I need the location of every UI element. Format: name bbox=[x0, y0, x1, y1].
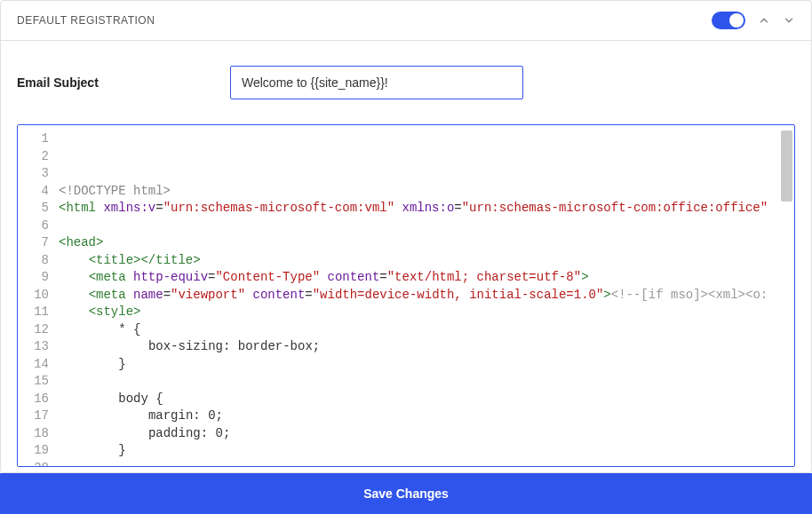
collapse-up-button[interactable] bbox=[758, 14, 770, 27]
editor-scrollbar[interactable] bbox=[781, 131, 792, 202]
expand-down-button[interactable] bbox=[783, 14, 795, 27]
line-number: 10 bbox=[18, 287, 49, 305]
code-line: } bbox=[59, 442, 791, 460]
line-number: 4 bbox=[18, 183, 49, 201]
code-line: box-sizing: border-box; bbox=[59, 338, 791, 356]
line-number-gutter: 1234567891011121314151617181920 bbox=[18, 125, 55, 466]
code-line: <title></title> bbox=[59, 252, 791, 270]
code-line: <html xmlns:v="urn:schemas-microsoft-com… bbox=[59, 200, 791, 218]
line-number: 5 bbox=[18, 200, 49, 218]
line-number: 1 bbox=[18, 131, 49, 148]
line-number: 2 bbox=[18, 148, 49, 166]
email-subject-input[interactable] bbox=[230, 66, 523, 99]
email-subject-label: Email Subject bbox=[17, 75, 212, 90]
line-number: 14 bbox=[18, 356, 49, 374]
save-changes-label: Save Changes bbox=[363, 486, 449, 501]
line-number: 8 bbox=[18, 252, 49, 270]
registration-panel: DEFAULT REGISTRATION Email Subject 12345… bbox=[0, 0, 812, 473]
code-line: <meta name="viewport" content="width=dev… bbox=[59, 287, 791, 305]
line-number: 17 bbox=[18, 407, 49, 425]
code-line bbox=[59, 373, 791, 391]
html-body-editor[interactable]: 1234567891011121314151617181920 <!DOCTYP… bbox=[17, 124, 795, 467]
panel-controls bbox=[712, 12, 795, 29]
enable-toggle[interactable] bbox=[712, 12, 745, 29]
toggle-knob bbox=[729, 13, 744, 28]
code-line bbox=[59, 218, 791, 235]
code-line: padding: 0; bbox=[59, 425, 791, 443]
email-subject-row: Email Subject bbox=[17, 66, 795, 99]
code-line: <!DOCTYPE html> bbox=[59, 183, 791, 201]
code-line: <meta http-equiv="Content-Type" content=… bbox=[59, 269, 791, 287]
line-number: 16 bbox=[18, 391, 49, 408]
line-number: 18 bbox=[18, 425, 49, 443]
code-content[interactable]: <!DOCTYPE html><html xmlns:v="urn:schema… bbox=[55, 125, 794, 466]
save-changes-button[interactable]: Save Changes bbox=[0, 473, 812, 514]
line-number: 13 bbox=[18, 338, 49, 356]
code-line: margin: 0; bbox=[59, 407, 791, 425]
code-line bbox=[59, 460, 791, 467]
line-number: 6 bbox=[18, 218, 49, 235]
line-number: 19 bbox=[18, 442, 49, 460]
line-number: 20 bbox=[18, 460, 49, 468]
code-line: <head> bbox=[59, 234, 791, 252]
code-line: <style> bbox=[59, 304, 791, 321]
line-number: 7 bbox=[18, 234, 49, 252]
panel-header: DEFAULT REGISTRATION bbox=[1, 1, 811, 41]
code-line: body { bbox=[59, 391, 791, 408]
line-number: 9 bbox=[18, 269, 49, 287]
line-number: 11 bbox=[18, 304, 49, 321]
code-line: * { bbox=[59, 321, 791, 339]
line-number: 15 bbox=[18, 373, 49, 391]
code-line: } bbox=[59, 356, 791, 374]
line-number: 3 bbox=[18, 165, 49, 183]
panel-body: Email Subject 12345678910111213141516171… bbox=[1, 41, 811, 472]
line-number: 12 bbox=[18, 321, 49, 339]
panel-title: DEFAULT REGISTRATION bbox=[17, 14, 155, 27]
